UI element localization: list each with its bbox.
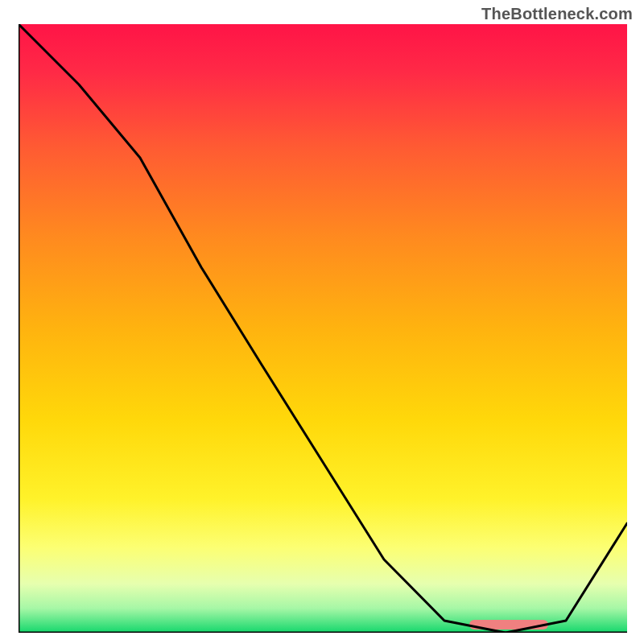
chart-plot: [19, 24, 627, 633]
gradient-fill: [19, 24, 627, 633]
chart-container: TheBottleneck.com: [0, 0, 644, 644]
watermark-text: TheBottleneck.com: [481, 5, 633, 23]
chart-svg: [19, 24, 627, 633]
